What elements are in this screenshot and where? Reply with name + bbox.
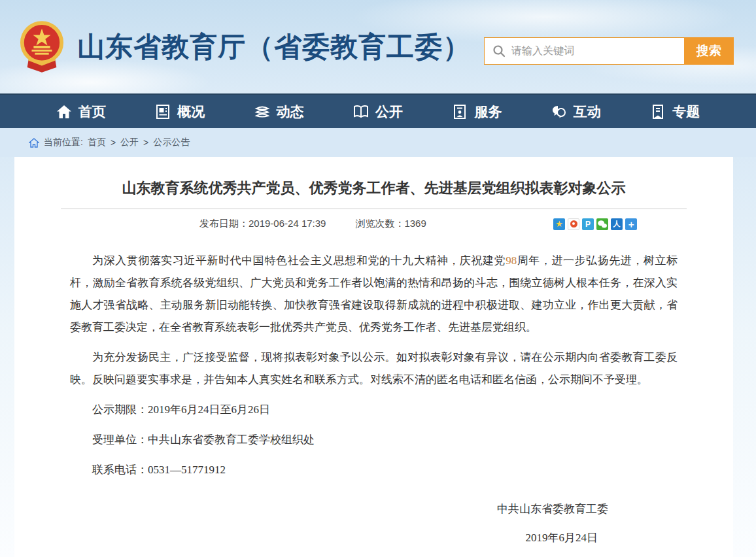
nav-item-news[interactable]: 动态 xyxy=(254,103,304,121)
breadcrumb-link-notices[interactable]: 公示公告 xyxy=(153,137,190,148)
service-icon xyxy=(452,104,468,120)
article-meta: 发布日期：2019-06-24 17:39 浏览次数：1369 ★ P 人 ＋ xyxy=(70,218,678,230)
view-count: 浏览次数：1369 xyxy=(355,218,426,230)
article-title: 山东教育系统优秀共产党员、优秀党务工作者、先进基层党组织拟表彰对象公示 xyxy=(70,179,678,197)
publish-date: 发布日期：2019-06-24 17:39 xyxy=(199,218,326,230)
share-qzone-icon[interactable]: ★ xyxy=(553,218,565,230)
site-title: 山东省教育厅（省委教育工委） xyxy=(77,33,471,61)
anniversary-number: 98 xyxy=(506,254,517,267)
nav-item-label: 专题 xyxy=(672,103,700,121)
publicity-period: 公示期限：2019年6月24日至6月26日 xyxy=(70,399,678,421)
nav-item-disclosure[interactable]: 公开 xyxy=(353,103,403,121)
article-body: 为深入贯彻落实习近平新时代中国特色社会主义思想和党的十九大精神，庆祝建党98周年… xyxy=(70,250,678,557)
search-icon xyxy=(492,44,506,58)
share-bar: ★ P 人 ＋ xyxy=(553,218,637,230)
signature-date: 2019年6月24日 xyxy=(70,528,678,548)
nav-item-label: 动态 xyxy=(277,103,304,121)
breadcrumb-separator: > xyxy=(111,137,116,148)
paragraph-1: 为深入贯彻落实习近平新时代中国特色社会主义思想和党的十九大精神，庆祝建党98周年… xyxy=(70,250,678,339)
search-box: 搜索 xyxy=(484,37,734,65)
contact-phone: 联系电话：0531—51771912 xyxy=(70,459,678,481)
nav-item-label: 服务 xyxy=(474,103,502,121)
title-divider xyxy=(61,209,687,209)
search-input[interactable] xyxy=(511,38,684,64)
site-header: 山东省教育厅（省委教育工委） 搜索 xyxy=(0,0,756,93)
nav-item-home[interactable]: 首页 xyxy=(56,103,106,121)
share-weibo-icon[interactable] xyxy=(568,218,579,230)
paragraph-1-text: 为深入贯彻落实习近平新时代中国特色社会主义思想和党的十九大精神，庆祝建党 xyxy=(92,254,506,267)
chat-icon xyxy=(551,104,567,120)
nav-item-label: 首页 xyxy=(78,103,106,121)
nav-item-label: 概况 xyxy=(177,103,205,121)
nav-item-topics[interactable]: 专题 xyxy=(650,103,700,121)
breadcrumb-home-icon xyxy=(29,138,39,148)
breadcrumb-link-home[interactable]: 首页 xyxy=(88,137,106,148)
signature-org: 中共山东省委教育工委 xyxy=(70,499,678,519)
open-book-icon xyxy=(353,104,369,120)
accepting-unit: 受理单位：中共山东省委教育工委学校组织处 xyxy=(70,429,678,451)
nav-item-service[interactable]: 服务 xyxy=(452,103,502,121)
site-logo-link[interactable]: 山东省教育厅（省委教育工委） xyxy=(0,20,471,74)
nav-item-overview[interactable]: 概况 xyxy=(155,103,205,121)
nav-item-interaction[interactable]: 互动 xyxy=(551,103,601,121)
main-nav: 首页 概况 动态 公开 服务 xyxy=(0,93,756,128)
news-stack-icon xyxy=(254,104,270,120)
nav-item-label: 互动 xyxy=(574,103,601,121)
home-icon xyxy=(56,104,72,120)
breadcrumb: 当前位置: 首页 > 公开 > 公示公告 xyxy=(0,128,756,157)
share-wechat-icon[interactable] xyxy=(596,218,608,230)
share-tencent-weibo-icon[interactable]: P xyxy=(582,218,594,230)
share-more-icon[interactable]: ＋ xyxy=(625,218,637,230)
share-renren-icon[interactable]: 人 xyxy=(611,218,623,230)
breadcrumb-link-disclosure[interactable]: 公开 xyxy=(120,137,139,148)
nav-item-label: 公开 xyxy=(375,103,403,121)
paragraph-2: 为充分发扬民主，广泛接受监督，现将拟表彰对象予以公示。如对拟表彰对象有异议，请在… xyxy=(70,346,678,391)
overview-icon xyxy=(155,104,171,120)
breadcrumb-separator: > xyxy=(143,137,148,148)
national-emblem-icon xyxy=(20,20,64,74)
search-button[interactable]: 搜索 xyxy=(684,37,734,65)
article-card: 山东教育系统优秀共产党员、优秀党务工作者、先进基层党组织拟表彰对象公示 发布日期… xyxy=(14,157,733,557)
topic-icon xyxy=(650,104,666,120)
breadcrumb-label: 当前位置: xyxy=(44,137,83,148)
